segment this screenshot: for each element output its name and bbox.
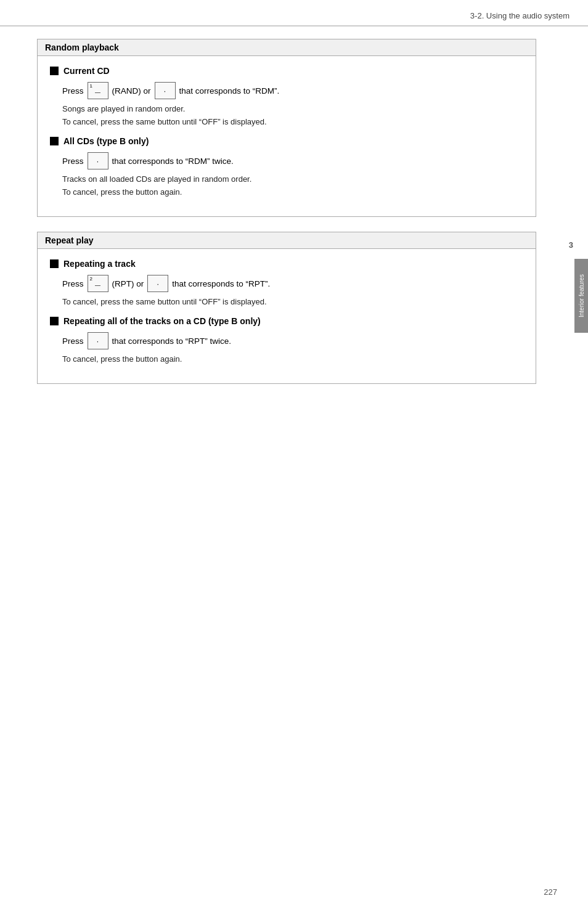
subsection-current-cd: Current CD Press 1 — (RAND) or · that co… — [50, 66, 523, 126]
header-title: 3-2. Using the audio system — [470, 11, 570, 20]
bullet-icon-4 — [50, 317, 59, 325]
bullet-icon-2 — [50, 137, 59, 145]
subsection-all-cds-title: All CDs (type B only) — [50, 136, 523, 146]
section-random-playback-content: Current CD Press 1 — (RAND) or · that co… — [38, 56, 536, 216]
info-cancel-again-2: To cancel, press the button again. — [62, 354, 523, 364]
bullet-icon — [50, 67, 59, 75]
rpt-suffix-text: that corresponds to “RPT”. — [172, 279, 270, 288]
sidebar-tab: Interior features — [574, 259, 588, 333]
section-repeat-play: Repeat play Repeating a track Press 2 — — [37, 232, 536, 384]
button-rdm-1[interactable]: · — [155, 82, 176, 99]
rand-suffix-text: that corresponds to “RDM”. — [179, 86, 280, 96]
press-label-4: Press — [62, 336, 84, 346]
page-header: 3-2. Using the audio system — [0, 0, 588, 26]
info-cancel-off-2: To cancel, press the same button until “… — [62, 297, 523, 306]
button-rand-1[interactable]: 1 — — [88, 82, 108, 99]
section-repeat-play-title: Repeat play — [38, 232, 536, 249]
section-random-playback-title: Random playback — [38, 39, 536, 56]
info-cancel-again-1: To cancel, press the button again. — [62, 187, 523, 197]
button-rpt-dot-1[interactable]: · — [147, 275, 168, 292]
instruction-rpt-2: Press · that corresponds to “RPT” twice. — [62, 332, 523, 349]
page-wrapper: 3-2. Using the audio system 3 Interior f… — [0, 0, 588, 909]
chapter-number: 3 — [569, 240, 573, 250]
button-rdm-2[interactable]: · — [88, 152, 108, 169]
bullet-icon-3 — [50, 259, 59, 268]
press-label-1: Press — [62, 86, 84, 96]
instruction-all-cds-rdm: Press · that corresponds to “RDM” twice. — [62, 152, 523, 169]
press-label-3: Press — [62, 279, 84, 288]
main-content: Random playback Current CD Press 1 — ( — [0, 26, 573, 411]
button-rpt-1[interactable]: 2 — — [88, 275, 108, 292]
button-rpt-dot-2[interactable]: · — [88, 332, 108, 349]
subsection-repeating-all-tracks: Repeating all of the tracks on a CD (typ… — [50, 316, 523, 364]
subsection-repeating-all-tracks-title: Repeating all of the tracks on a CD (typ… — [50, 316, 523, 326]
section-random-playback: Random playback Current CD Press 1 — ( — [37, 39, 536, 217]
page-footer: 227 — [544, 887, 557, 897]
instruction-rpt-1: Press 2 — (RPT) or · that corresponds to… — [62, 275, 523, 292]
rand-middle-text: (RAND) or — [112, 86, 151, 96]
subsection-repeating-track-title: Repeating a track — [50, 259, 523, 269]
subsection-all-cds: All CDs (type B only) Press · that corre… — [50, 136, 523, 197]
all-tracks-suffix-text: that corresponds to “RPT” twice. — [112, 336, 232, 346]
instruction-current-cd-rand: Press 1 — (RAND) or · that corresponds t… — [62, 82, 523, 99]
all-cds-suffix-text: that corresponds to “RDM” twice. — [112, 157, 234, 166]
subsection-current-cd-title: Current CD — [50, 66, 523, 76]
press-label-2: Press — [62, 157, 84, 166]
section-repeat-play-content: Repeating a track Press 2 — (RPT) or · t… — [38, 249, 536, 383]
rpt-middle-text: (RPT) or — [112, 279, 144, 288]
subsection-repeating-track: Repeating a track Press 2 — (RPT) or · t… — [50, 259, 523, 306]
info-cancel-off-1: To cancel, press the same button until “… — [62, 117, 523, 126]
info-random-order: Songs are played in random order. — [62, 104, 523, 113]
info-all-cds-random: Tracks on all loaded CDs are played in r… — [62, 174, 523, 184]
page-number: 227 — [544, 887, 557, 897]
